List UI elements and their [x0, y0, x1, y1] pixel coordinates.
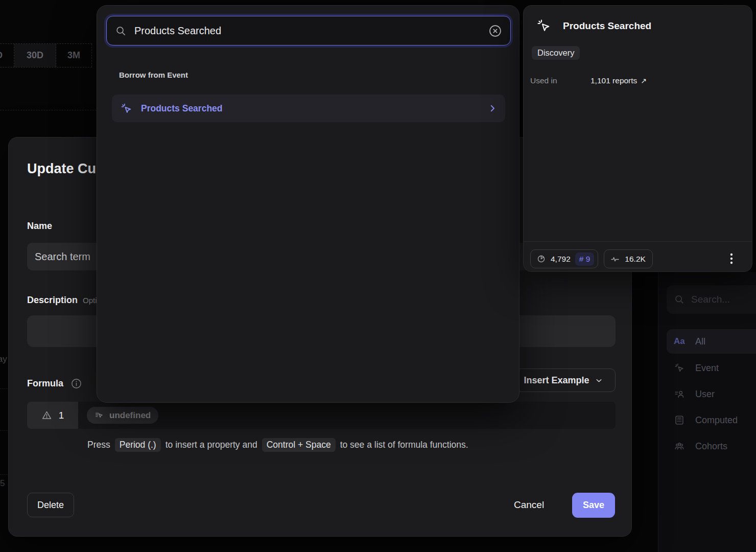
background-gridline [0, 388, 8, 389]
event-cursor-icon [674, 362, 685, 374]
time-range-7d[interactable]: D [0, 44, 14, 67]
event-property-icon [94, 410, 104, 420]
sidebar-search-input[interactable] [691, 294, 747, 305]
error-count: 1 [59, 410, 64, 421]
hint-text: to see a list of formula functions. [340, 440, 468, 450]
arrow-up-right-icon: ↗ [641, 77, 647, 85]
sidebar-item-computed[interactable]: Computed [667, 408, 756, 432]
sidebar-item-label: User [695, 389, 715, 400]
result-label: Products Searched [141, 103, 480, 114]
rank-badge: # 9 [575, 252, 595, 266]
info-icon[interactable] [70, 378, 82, 389]
background-gridline [0, 474, 8, 475]
search-box [106, 16, 511, 45]
more-options-button[interactable] [724, 249, 739, 268]
save-button[interactable]: Save [572, 493, 615, 518]
delete-button[interactable]: Delete [27, 493, 74, 517]
formula-label: Formula [27, 378, 63, 389]
close-circle-icon [488, 24, 502, 38]
time-range-3m[interactable]: 3M [56, 44, 92, 67]
dialog-title: Update Cu [27, 161, 96, 177]
calculator-icon [674, 415, 685, 426]
used-in-value: 1,101 reports [590, 76, 637, 85]
search-result-products-searched[interactable]: Products Searched [112, 95, 505, 122]
sidebar-item-label: All [695, 336, 705, 347]
total-count-value: 16.2K [625, 255, 646, 264]
search-icon [115, 25, 127, 37]
hint-text: to insert a property and [166, 440, 257, 450]
background-gridline [0, 110, 97, 110]
chevron-right-icon [488, 104, 497, 113]
time-range-30d[interactable]: 30D [14, 44, 56, 67]
user-profile-icon [674, 388, 685, 400]
kbd-control-space: Control + Space [262, 438, 336, 452]
used-in-label: Used in [530, 76, 590, 85]
hint-text: Press [87, 440, 110, 450]
sidebar-item-event[interactable]: Event [667, 356, 756, 380]
event-details-panel: Products Searched Discovery Used in 1,10… [523, 5, 752, 272]
aa-icon: Aa [674, 336, 685, 347]
formula-input[interactable]: undefined [78, 402, 616, 429]
used-in-reports-link[interactable]: 1,101 reports ↗ [590, 76, 647, 85]
unique-count-value: 4,792 [551, 255, 571, 264]
warning-triangle-icon [41, 410, 52, 421]
kebab-menu-icon [727, 252, 736, 265]
property-search-input[interactable] [134, 25, 481, 37]
formula-error-badge: 1 [27, 402, 78, 429]
background-gridline [0, 430, 8, 431]
clear-search-button[interactable] [488, 24, 502, 38]
section-header: Borrow from Event [119, 71, 188, 79]
formula-property-chip[interactable]: undefined [87, 407, 158, 424]
event-cursor-icon [536, 18, 552, 34]
sidebar-item-label: Cohorts [695, 441, 727, 452]
sidebar-item-label: Computed [695, 415, 738, 426]
property-type-sidebar: Aa All Event User Computed [658, 272, 756, 552]
event-title: Products Searched [563, 20, 651, 32]
used-in-row: Used in 1,101 reports ↗ [530, 76, 647, 85]
formula-label-row: Formula [27, 378, 82, 389]
description-label-text: Description [27, 295, 78, 306]
kbd-period: Period (.) [115, 438, 161, 452]
event-cursor-icon [120, 102, 133, 115]
panel-divider [524, 241, 752, 242]
background-axis-label: lay [0, 354, 7, 364]
event-stats-row: 4,792 # 9 16.2K [530, 249, 653, 268]
sidebar-item-all[interactable]: Aa All [667, 329, 756, 354]
formula-hint: Press Period (.) to insert a property an… [87, 438, 468, 452]
insert-example-button[interactable]: Insert Example [511, 369, 616, 392]
sidebar-item-cohorts[interactable]: Cohorts [667, 434, 756, 458]
time-range-selector: D 30D 3M [0, 43, 92, 67]
total-count-pill[interactable]: 16.2K [604, 249, 653, 268]
name-label: Name [27, 221, 52, 232]
event-details-header: Products Searched [536, 18, 651, 34]
activity-pulse-icon [610, 254, 620, 264]
property-search-dropdown: Borrow from Event Products Searched [97, 5, 519, 403]
sidebar-search-box[interactable] [667, 285, 756, 314]
formula-editor-row: 1 undefined [27, 402, 616, 429]
insert-example-label: Insert Example [524, 375, 589, 386]
formula-chip-label: undefined [109, 410, 151, 421]
background-axis-value: 5 [0, 478, 5, 489]
cohorts-people-icon [674, 441, 685, 452]
cancel-button[interactable]: Cancel [507, 495, 551, 515]
sidebar-item-user[interactable]: User [667, 382, 756, 406]
pie-chart-icon [536, 254, 546, 264]
search-icon [674, 294, 685, 305]
unique-count-pill[interactable]: 4,792 # 9 [530, 249, 598, 268]
sidebar-item-label: Event [695, 363, 719, 374]
chevron-down-icon [595, 376, 603, 385]
category-badge: Discovery [532, 46, 580, 60]
